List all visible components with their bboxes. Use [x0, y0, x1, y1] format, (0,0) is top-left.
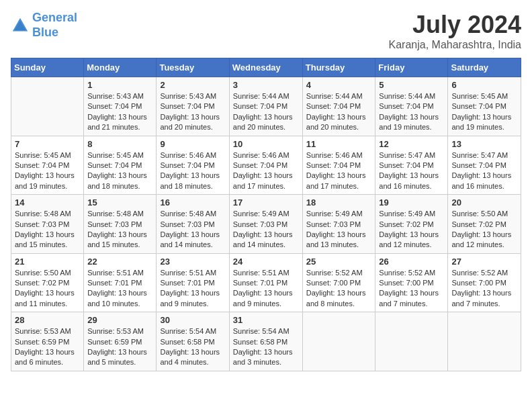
day-number: 3 — [233, 80, 299, 90]
calendar-cell: 6Sunrise: 5:45 AM Sunset: 7:04 PM Daylig… — [448, 77, 521, 136]
calendar-cell: 23Sunrise: 5:51 AM Sunset: 7:01 PM Dayli… — [157, 253, 229, 312]
day-number: 2 — [160, 80, 225, 90]
header-friday: Friday — [375, 58, 448, 77]
day-number: 14 — [15, 197, 80, 208]
day-info: Sunrise: 5:52 AM Sunset: 7:00 PM Dayligh… — [379, 268, 444, 310]
day-number: 4 — [306, 80, 372, 90]
calendar-cell: 7Sunrise: 5:45 AM Sunset: 7:04 PM Daylig… — [11, 136, 84, 195]
day-info: Sunrise: 5:45 AM Sunset: 7:04 PM Dayligh… — [15, 150, 80, 192]
day-info: Sunrise: 5:48 AM Sunset: 7:03 PM Dayligh… — [160, 209, 225, 250]
logo: General Blue — [11, 11, 77, 40]
calendar-cell — [448, 312, 521, 371]
calendar-cell: 2Sunrise: 5:43 AM Sunset: 7:04 PM Daylig… — [157, 77, 229, 136]
header-thursday: Thursday — [302, 58, 375, 77]
calendar-cell: 22Sunrise: 5:51 AM Sunset: 7:01 PM Dayli… — [84, 253, 157, 312]
day-info: Sunrise: 5:51 AM Sunset: 7:01 PM Dayligh… — [233, 268, 299, 310]
calendar-cell: 18Sunrise: 5:49 AM Sunset: 7:03 PM Dayli… — [302, 195, 375, 254]
day-info: Sunrise: 5:48 AM Sunset: 7:03 PM Dayligh… — [15, 209, 80, 250]
day-number: 1 — [87, 80, 152, 90]
month-year: July 2024 — [389, 11, 521, 39]
day-info: Sunrise: 5:51 AM Sunset: 7:01 PM Dayligh… — [160, 268, 225, 310]
week-row-1: 7Sunrise: 5:45 AM Sunset: 7:04 PM Daylig… — [11, 136, 521, 195]
header-saturday: Saturday — [448, 58, 521, 77]
logo-line2: Blue — [32, 26, 58, 39]
week-row-0: 1Sunrise: 5:43 AM Sunset: 7:04 PM Daylig… — [11, 77, 521, 136]
day-info: Sunrise: 5:43 AM Sunset: 7:04 PM Dayligh… — [87, 91, 152, 133]
day-info: Sunrise: 5:43 AM Sunset: 7:04 PM Dayligh… — [160, 91, 225, 133]
calendar-cell: 28Sunrise: 5:53 AM Sunset: 6:59 PM Dayli… — [11, 312, 84, 371]
day-number: 10 — [233, 139, 299, 149]
day-info: Sunrise: 5:44 AM Sunset: 7:04 PM Dayligh… — [306, 91, 372, 133]
page-header: General Blue July 2024 Karanja, Maharash… — [11, 11, 521, 51]
day-number: 22 — [87, 257, 152, 267]
calendar-cell: 4Sunrise: 5:44 AM Sunset: 7:04 PM Daylig… — [302, 77, 375, 136]
calendar-cell: 21Sunrise: 5:50 AM Sunset: 7:02 PM Dayli… — [11, 253, 84, 312]
day-number: 21 — [15, 257, 80, 267]
week-row-2: 14Sunrise: 5:48 AM Sunset: 7:03 PM Dayli… — [11, 195, 521, 254]
day-info: Sunrise: 5:53 AM Sunset: 6:59 PM Dayligh… — [87, 326, 152, 368]
day-number: 7 — [15, 139, 80, 149]
calendar-cell: 1Sunrise: 5:43 AM Sunset: 7:04 PM Daylig… — [84, 77, 157, 136]
day-number: 24 — [233, 257, 299, 267]
logo-icon — [11, 16, 30, 35]
day-info: Sunrise: 5:47 AM Sunset: 7:04 PM Dayligh… — [379, 150, 444, 192]
calendar-cell — [302, 312, 375, 371]
calendar-cell: 20Sunrise: 5:50 AM Sunset: 7:02 PM Dayli… — [448, 195, 521, 254]
calendar-cell: 12Sunrise: 5:47 AM Sunset: 7:04 PM Dayli… — [375, 136, 448, 195]
calendar-header: Sunday Monday Tuesday Wednesday Thursday… — [11, 58, 521, 77]
day-info: Sunrise: 5:49 AM Sunset: 7:03 PM Dayligh… — [233, 209, 299, 250]
day-info: Sunrise: 5:45 AM Sunset: 7:04 PM Dayligh… — [451, 91, 517, 133]
calendar-cell: 8Sunrise: 5:45 AM Sunset: 7:04 PM Daylig… — [84, 136, 157, 195]
day-number: 13 — [451, 139, 517, 149]
calendar-cell: 13Sunrise: 5:47 AM Sunset: 7:04 PM Dayli… — [448, 136, 521, 195]
day-number: 26 — [379, 257, 444, 267]
calendar-table: Sunday Monday Tuesday Wednesday Thursday… — [11, 58, 521, 371]
day-number: 9 — [160, 139, 225, 149]
day-info: Sunrise: 5:52 AM Sunset: 7:00 PM Dayligh… — [306, 268, 372, 310]
day-number: 6 — [451, 80, 517, 90]
day-info: Sunrise: 5:54 AM Sunset: 6:58 PM Dayligh… — [233, 326, 299, 368]
day-number: 12 — [379, 139, 444, 149]
day-number: 18 — [306, 197, 372, 208]
day-info: Sunrise: 5:46 AM Sunset: 7:04 PM Dayligh… — [233, 150, 299, 192]
day-number: 5 — [379, 80, 444, 90]
day-info: Sunrise: 5:53 AM Sunset: 6:59 PM Dayligh… — [15, 326, 80, 368]
day-number: 29 — [87, 315, 152, 325]
day-info: Sunrise: 5:46 AM Sunset: 7:04 PM Dayligh… — [306, 150, 372, 192]
calendar-cell: 15Sunrise: 5:48 AM Sunset: 7:03 PM Dayli… — [84, 195, 157, 254]
day-number: 15 — [87, 197, 152, 208]
day-info: Sunrise: 5:50 AM Sunset: 7:02 PM Dayligh… — [451, 209, 517, 250]
calendar-cell: 5Sunrise: 5:44 AM Sunset: 7:04 PM Daylig… — [375, 77, 448, 136]
day-info: Sunrise: 5:51 AM Sunset: 7:01 PM Dayligh… — [87, 268, 152, 310]
calendar-cell — [11, 77, 84, 136]
day-number: 8 — [87, 139, 152, 149]
day-info: Sunrise: 5:44 AM Sunset: 7:04 PM Dayligh… — [379, 91, 444, 133]
calendar-cell: 29Sunrise: 5:53 AM Sunset: 6:59 PM Dayli… — [84, 312, 157, 371]
header-row: Sunday Monday Tuesday Wednesday Thursday… — [11, 58, 521, 77]
day-number: 17 — [233, 197, 299, 208]
day-number: 16 — [160, 197, 225, 208]
calendar-cell: 30Sunrise: 5:54 AM Sunset: 6:58 PM Dayli… — [157, 312, 229, 371]
calendar-cell: 26Sunrise: 5:52 AM Sunset: 7:00 PM Dayli… — [375, 253, 448, 312]
title-block: July 2024 Karanja, Maharashtra, India — [389, 11, 521, 51]
week-row-4: 28Sunrise: 5:53 AM Sunset: 6:59 PM Dayli… — [11, 312, 521, 371]
calendar-cell — [375, 312, 448, 371]
day-info: Sunrise: 5:49 AM Sunset: 7:03 PM Dayligh… — [306, 209, 372, 250]
calendar-cell: 14Sunrise: 5:48 AM Sunset: 7:03 PM Dayli… — [11, 195, 84, 254]
calendar-cell: 27Sunrise: 5:52 AM Sunset: 7:00 PM Dayli… — [448, 253, 521, 312]
logo-line1: General — [32, 11, 77, 24]
day-info: Sunrise: 5:44 AM Sunset: 7:04 PM Dayligh… — [233, 91, 299, 133]
week-row-3: 21Sunrise: 5:50 AM Sunset: 7:02 PM Dayli… — [11, 253, 521, 312]
day-number: 25 — [306, 257, 372, 267]
day-info: Sunrise: 5:50 AM Sunset: 7:02 PM Dayligh… — [15, 268, 80, 310]
logo-text: General Blue — [32, 11, 77, 40]
day-number: 27 — [451, 257, 517, 267]
calendar-cell: 9Sunrise: 5:46 AM Sunset: 7:04 PM Daylig… — [157, 136, 229, 195]
day-info: Sunrise: 5:45 AM Sunset: 7:04 PM Dayligh… — [87, 150, 152, 192]
calendar-body: 1Sunrise: 5:43 AM Sunset: 7:04 PM Daylig… — [11, 77, 521, 371]
day-info: Sunrise: 5:46 AM Sunset: 7:04 PM Dayligh… — [160, 150, 225, 192]
day-number: 30 — [160, 315, 225, 325]
calendar-cell: 11Sunrise: 5:46 AM Sunset: 7:04 PM Dayli… — [302, 136, 375, 195]
header-sunday: Sunday — [11, 58, 84, 77]
day-number: 28 — [15, 315, 80, 325]
